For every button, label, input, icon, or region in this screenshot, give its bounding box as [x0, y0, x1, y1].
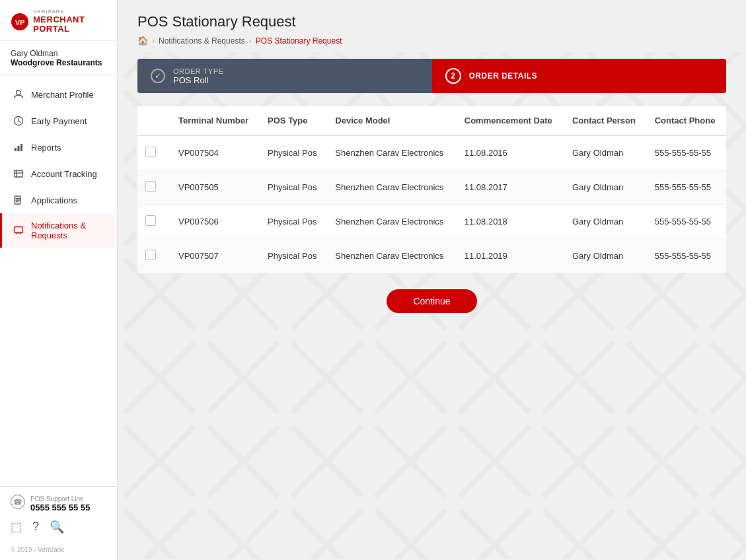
table-header-row: Terminal Number POS Type Device Model Co… [137, 106, 726, 135]
breadcrumb-sep-2: › [249, 36, 252, 46]
sidebar-item-reports[interactable]: Reports [0, 134, 117, 160]
breadcrumb-notifications[interactable]: Notifications & Requests [159, 36, 245, 46]
cell-date-1: 11.08.2016 [457, 135, 564, 170]
main-content: ✓ ORDER TYPE POS Roll 2 ORDER DETAILS [118, 52, 746, 560]
user-company: Woodgrove Restaurants [11, 58, 106, 67]
step-1-order-type: ✓ ORDER TYPE POS Roll [137, 59, 432, 93]
cell-contact-person-4: Gary Oldman [564, 239, 647, 273]
col-commencement-date: Commencement Date [457, 106, 564, 135]
terminals-table: Terminal Number POS Type Device Model Co… [137, 106, 726, 273]
step2-label: ORDER DETAILS [469, 71, 538, 81]
cell-contact-phone-3: 555-555-55-55 [647, 205, 726, 239]
cell-pos-type-4: Physical Pos [260, 239, 327, 273]
svg-rect-6 [20, 144, 22, 151]
col-terminal-number: Terminal Number [170, 106, 260, 135]
sidebar-item-account-tracking-label: Account Tracking [31, 169, 97, 179]
table-row: VP007506 Physical Pos Shenzhen Carav Ele… [137, 205, 726, 239]
steps-bar: ✓ ORDER TYPE POS Roll 2 ORDER DETAILS [137, 59, 726, 93]
table-body: VP007504 Physical Pos Shenzhen Carav Ele… [137, 135, 726, 273]
table-row: VP007505 Physical Pos Shenzhen Carav Ele… [137, 170, 726, 205]
breadcrumb: 🏠 › Notifications & Requests › POS Stati… [137, 36, 726, 46]
col-contact-phone: Contact Phone [647, 106, 726, 135]
cell-date-2: 11.08.2017 [457, 170, 564, 205]
cell-date-4: 11.01.2019 [457, 239, 564, 273]
cell-date-3: 11.08.2018 [457, 205, 564, 239]
svg-text:VP: VP [15, 18, 25, 26]
user-name: Gary Oldman [11, 49, 106, 58]
step1-value: POS Roll [173, 75, 223, 85]
step1-check-icon: ✓ [151, 69, 165, 83]
row-checkbox-4[interactable] [145, 250, 156, 260]
sidebar-item-notifications-label: Notifications & Requests [31, 221, 106, 240]
edit-icon [13, 194, 24, 206]
cell-contact-person-2: Gary Oldman [564, 170, 647, 205]
svg-rect-7 [15, 170, 23, 177]
sidebar-item-early-payment[interactable]: Early Payment [0, 108, 117, 134]
sidebar-item-account-tracking[interactable]: Account Tracking [0, 160, 117, 187]
person-icon [13, 88, 24, 100]
sidebar-item-applications-label: Applications [31, 195, 77, 205]
footer-actions: ⬚ ? 🔍 [11, 520, 106, 534]
message-icon [13, 225, 24, 236]
continue-button[interactable]: Continue [387, 289, 476, 313]
cell-contact-person-1: Gary Oldman [564, 135, 647, 170]
cell-device-model-1: Shenzhen Carav Electronics [327, 135, 456, 170]
cell-contact-phone-4: 555-555-55-55 [647, 239, 726, 273]
logo-portal-text: PORTAL [33, 24, 85, 34]
svg-point-2 [17, 90, 21, 95]
cell-contact-person-3: Gary Oldman [564, 205, 647, 239]
table-row: VP007507 Physical Pos Shenzhen Carav Ele… [137, 239, 726, 273]
col-contact-person: Contact Person [564, 106, 647, 135]
cell-contact-phone-1: 555-555-55-55 [647, 135, 726, 170]
cell-terminal-1: VP007504 [170, 135, 260, 170]
help-icon[interactable]: ? [32, 520, 39, 534]
sidebar-item-merchant-profile[interactable]: Merchant Profile [0, 81, 117, 108]
svg-rect-9 [15, 227, 23, 233]
terminals-table-container: Terminal Number POS Type Device Model Co… [137, 106, 726, 273]
step2-number: 2 [445, 68, 461, 84]
home-icon[interactable]: 🏠 [137, 36, 148, 46]
cell-device-model-3: Shenzhen Carav Electronics [327, 205, 456, 239]
step1-label: ORDER TYPE [173, 67, 223, 75]
sidebar-item-reports-label: Reports [31, 143, 61, 153]
sidebar: VP VERIPARK MERCHANT PORTAL Gary Oldman … [0, 0, 118, 560]
continue-wrap: Continue [137, 289, 726, 313]
svg-rect-5 [18, 146, 20, 151]
cell-contact-phone-2: 555-555-55-55 [647, 170, 726, 205]
breadcrumb-sep-1: › [152, 36, 155, 46]
col-pos-type: POS Type [260, 106, 327, 135]
sidebar-item-notifications[interactable]: Notifications & Requests [0, 213, 117, 248]
logout-icon[interactable]: ⬚ [11, 520, 22, 534]
main-area: POS Stationary Request 🏠 › Notifications… [118, 0, 746, 560]
sidebar-nav: Merchant Profile Early Payment Reports [0, 76, 117, 486]
veripark-logo-icon: VP [11, 13, 29, 31]
row-checkbox-2[interactable] [145, 181, 156, 192]
logo-merchant-text: MERCHANT [33, 15, 85, 24]
phone-icon: ☎ [11, 495, 25, 509]
cell-device-model-4: Shenzhen Carav Electronics [327, 239, 456, 273]
tracking-icon [13, 168, 24, 180]
sidebar-item-applications[interactable]: Applications [0, 187, 117, 213]
page-title: POS Stationary Request [137, 13, 726, 30]
row-checkbox-3[interactable] [145, 215, 156, 226]
support-line-number: 0555 555 55 55 [30, 503, 90, 512]
cell-terminal-2: VP007505 [170, 170, 260, 205]
row-checkbox-1[interactable] [145, 147, 156, 157]
cell-terminal-3: VP007506 [170, 205, 260, 239]
cell-device-model-2: Shenzhen Carav Electronics [327, 170, 456, 205]
copyright: © 2019 - VeriBank [0, 542, 117, 560]
cell-pos-type-3: Physical Pos [260, 205, 327, 239]
cell-pos-type-1: Physical Pos [260, 135, 327, 170]
col-device-model: Device Model [327, 106, 456, 135]
svg-rect-4 [15, 148, 17, 151]
clock-icon [13, 115, 24, 127]
sidebar-footer: ☎ POS Support Line 0555 555 55 55 ⬚ ? 🔍 [0, 486, 117, 542]
sidebar-logo: VP VERIPARK MERCHANT PORTAL [0, 0, 117, 41]
search-icon[interactable]: 🔍 [50, 520, 64, 534]
cell-terminal-4: VP007507 [170, 239, 260, 273]
cell-pos-type-2: Physical Pos [260, 170, 327, 205]
main-header: POS Stationary Request 🏠 › Notifications… [118, 0, 746, 52]
sidebar-item-early-payment-label: Early Payment [31, 116, 87, 126]
table-row: VP007504 Physical Pos Shenzhen Carav Ele… [137, 135, 726, 170]
step-2-order-details: 2 ORDER DETAILS [432, 59, 727, 93]
